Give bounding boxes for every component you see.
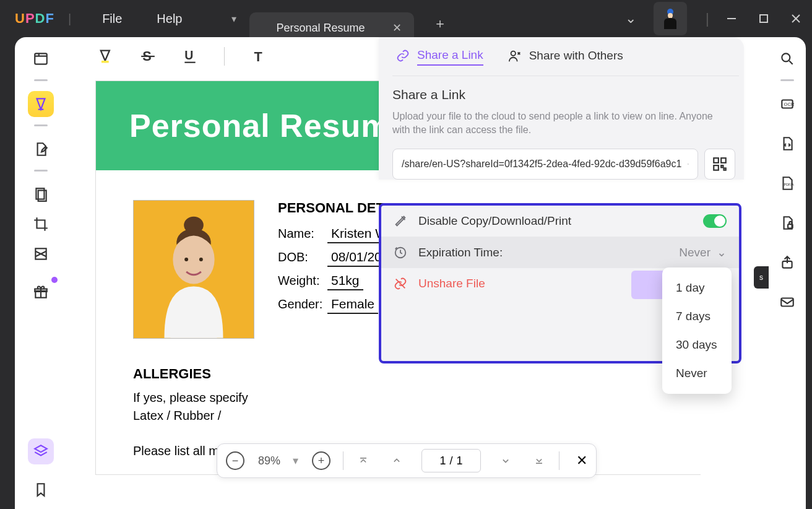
menu-file[interactable]: File — [102, 12, 122, 26]
svg-point-2 — [668, 13, 673, 18]
qr-icon — [712, 156, 728, 172]
email-button[interactable] — [774, 289, 800, 315]
account-dropdown-icon[interactable]: ⌄ — [625, 11, 636, 27]
chevron-down-icon: ⌄ — [717, 245, 727, 259]
minimize-button[interactable] — [715, 2, 748, 35]
restrict-icon — [394, 214, 410, 228]
svg-rect-7 — [35, 53, 47, 64]
pdfa-button[interactable]: PDF/A — [774, 170, 800, 196]
share-tabs: Share a Link Share with Others — [392, 48, 739, 76]
banner-title: Personal Resum — [129, 107, 391, 144]
protect-button[interactable] — [774, 210, 800, 236]
svg-rect-36 — [714, 165, 719, 170]
weight-label: Weight: — [278, 274, 321, 288]
expiration-option-7days[interactable]: 7 days — [662, 302, 732, 331]
svg-text:T: T — [254, 49, 262, 64]
toolbar-separator — [224, 47, 225, 66]
close-controls-button[interactable]: ✕ — [576, 453, 587, 469]
disable-copy-row: Disable Copy/Download/Print — [381, 206, 739, 237]
edit-pdf-button[interactable] — [28, 136, 54, 162]
tab-share-others[interactable]: Share with Others — [508, 49, 623, 66]
new-tab-button[interactable]: ＋ — [426, 10, 454, 37]
svg-rect-32 — [688, 164, 689, 165]
qr-code-button[interactable] — [704, 149, 735, 180]
svg-rect-38 — [724, 168, 726, 170]
close-tab-icon[interactable]: ✕ — [392, 21, 402, 35]
share-others-label: Share with Others — [529, 49, 623, 63]
bookmark-button[interactable] — [28, 477, 54, 503]
unshare-label: Unshare File — [418, 277, 485, 290]
user-avatar[interactable] — [654, 2, 687, 35]
share-description: Upload your file to the cloud to send pe… — [392, 110, 735, 137]
svg-rect-34 — [714, 158, 719, 163]
share-link-value: /share/en-US?shareId=0f1342f5-2dea-4fed-… — [402, 159, 681, 170]
expiration-label: Expiration Time: — [418, 246, 503, 259]
expiration-option-never[interactable]: Never — [662, 359, 732, 388]
strikethrough-tool[interactable]: S — [137, 46, 158, 67]
text-tool[interactable]: T — [248, 46, 269, 67]
last-page-button[interactable] — [532, 453, 546, 468]
controls-separator — [559, 451, 559, 470]
dob-label: DOB: — [278, 250, 321, 264]
reader-mode-button[interactable] — [28, 46, 54, 72]
expiration-row[interactable]: Expiration Time: Never ⌄ — [381, 237, 739, 268]
highlight-tool[interactable] — [95, 46, 116, 67]
current-page: 1 — [440, 455, 446, 468]
chevron-down-icon: ▾ — [293, 454, 298, 468]
right-sidebar: OCR PDF/A — [769, 37, 806, 509]
ocr-button[interactable]: OCR — [774, 91, 800, 117]
first-page-button[interactable] — [356, 453, 371, 468]
dob-value: 08/01/20 — [327, 250, 386, 267]
underline-tool[interactable]: U — [179, 46, 201, 67]
svg-point-28 — [184, 217, 204, 234]
organize-pages-button[interactable] — [28, 181, 54, 207]
crop-pages-button[interactable] — [28, 211, 54, 237]
svg-point-29 — [184, 258, 188, 261]
svg-rect-20 — [102, 61, 109, 63]
svg-rect-19 — [781, 298, 793, 307]
expiration-value: Never — [679, 246, 710, 259]
page-number-input[interactable]: 1 / 1 — [421, 449, 481, 472]
annotation-toolbar: S U T — [95, 46, 269, 67]
share-button[interactable] — [774, 250, 800, 276]
unshare-icon — [394, 277, 410, 290]
updf-logo: UPDF — [15, 11, 54, 27]
disable-copy-label: Disable Copy/Download/Print — [418, 214, 571, 228]
page-layers-button[interactable] — [28, 438, 54, 464]
search-button[interactable] — [774, 46, 800, 72]
copy-icon[interactable] — [688, 158, 689, 170]
gender-value: Female — [327, 297, 378, 314]
expiration-option-30days[interactable]: 30 days — [662, 331, 732, 359]
svg-point-13 — [782, 53, 790, 61]
maximize-button[interactable] — [748, 2, 780, 35]
share-link-label: Share a Link — [417, 48, 483, 66]
page-controls: − 89%▾ + 1 / 1 ✕ — [217, 443, 597, 478]
zoom-select[interactable]: 89%▾ — [258, 454, 298, 468]
profile-photo — [133, 200, 254, 339]
expiration-option-1day[interactable]: 1 day — [662, 274, 732, 302]
svg-text:U: U — [184, 48, 193, 62]
prev-page-button[interactable] — [389, 453, 404, 468]
sidebar-separator — [780, 79, 794, 81]
share-link-input[interactable]: /share/en-US?shareId=0f1342f5-2dea-4fed-… — [392, 149, 698, 180]
tab-list-dropdown[interactable]: ▾ — [218, 0, 249, 37]
zoom-in-button[interactable]: + — [312, 451, 330, 470]
name-label: Name: — [278, 227, 321, 241]
tab-share-link[interactable]: Share a Link — [396, 48, 483, 67]
sidebar-separator — [34, 170, 48, 172]
menu-help[interactable]: Help — [157, 12, 182, 26]
convert-button[interactable] — [774, 131, 800, 157]
disable-copy-toggle[interactable] — [703, 214, 727, 228]
close-window-button[interactable] — [780, 2, 812, 35]
next-page-button[interactable] — [498, 453, 513, 468]
zoom-out-button[interactable]: − — [226, 451, 244, 470]
redact-button[interactable] — [28, 241, 54, 267]
share-settings-highlight: Disable Copy/Download/Print Expiration T… — [379, 203, 741, 363]
comment-tool-button[interactable] — [28, 91, 54, 117]
allergies-question: If yes, please specify — [133, 391, 676, 405]
total-pages: 1 — [457, 455, 463, 468]
sidebar-separator — [34, 124, 48, 126]
gift-button[interactable] — [28, 279, 54, 305]
tab-title: Personal Resume — [277, 22, 365, 35]
zoom-value: 89% — [258, 455, 280, 468]
